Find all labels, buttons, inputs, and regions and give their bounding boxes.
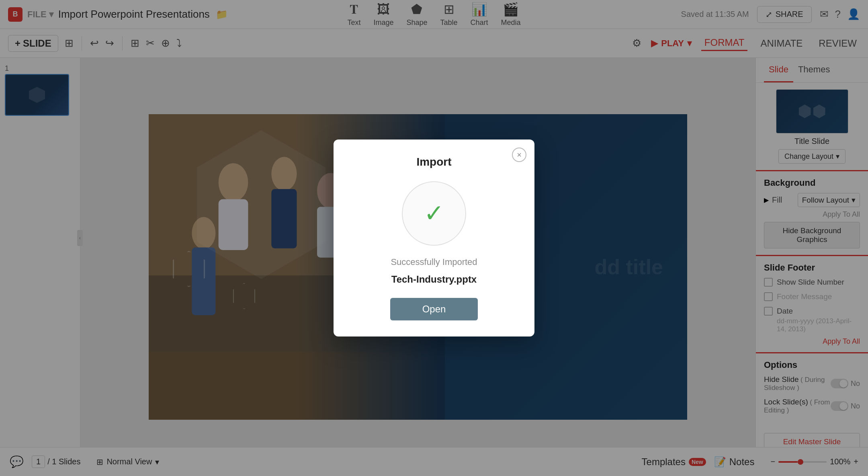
modal-close-button[interactable]: × — [512, 148, 526, 162]
success-circle: ✓ — [402, 181, 466, 246]
check-icon: ✓ — [424, 201, 444, 226]
modal-title: Import — [416, 156, 451, 168]
modal-overlay[interactable]: Import × ✓ Successfully Imported Tech-In… — [0, 0, 868, 476]
open-file-button[interactable]: Open — [390, 298, 478, 320]
import-success-modal: Import × ✓ Successfully Imported Tech-In… — [334, 140, 534, 336]
success-text: Successfully Imported — [391, 257, 477, 267]
imported-filename: Tech-Industry.pptx — [391, 274, 477, 285]
